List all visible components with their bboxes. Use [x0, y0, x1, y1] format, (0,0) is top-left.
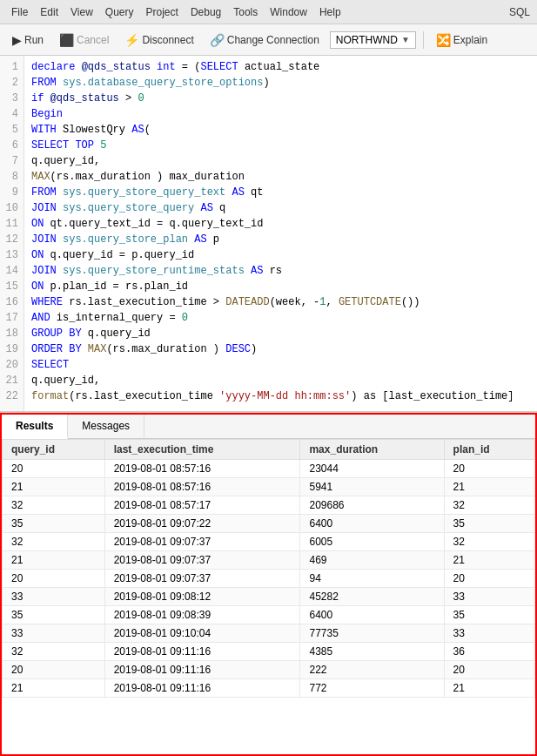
tab-messages[interactable]: Messages — [68, 415, 144, 438]
disconnect-icon: ⚡ — [124, 33, 139, 47]
table-cell: 20 — [3, 460, 105, 478]
table-cell: 35 — [444, 606, 534, 624]
table-cell: 2019-08-01 09:07:37 — [104, 533, 300, 551]
table-header: query_idlast_execution_timemax_durationp… — [3, 440, 535, 460]
table-cell: 35 — [3, 606, 105, 624]
table-cell: 6400 — [300, 515, 444, 533]
results-panel: Results Messages query_idlast_execution_… — [0, 413, 537, 756]
explain-button[interactable]: 🔀 Explain — [431, 30, 493, 50]
table-cell: 5941 — [300, 478, 444, 496]
table-cell: 4385 — [300, 643, 444, 661]
table-cell: 772 — [300, 679, 444, 698]
table-cell: 2019-08-01 08:57:17 — [104, 496, 300, 515]
menu-item-view[interactable]: View — [66, 4, 97, 20]
change-connection-label: Change Connection — [227, 34, 319, 46]
toolbar: ▶ Run ⬛ Cancel ⚡ Disconnect 🔗 Change Con… — [0, 24, 537, 56]
menu-item-window[interactable]: Window — [265, 4, 312, 20]
connection-dropdown[interactable]: NORTHWND ▼ — [330, 31, 416, 49]
table-cell: 6400 — [300, 606, 444, 624]
table-cell: 20 — [444, 460, 534, 478]
change-connection-button[interactable]: 🔗 Change Connection — [205, 30, 325, 50]
table-cell: 20 — [3, 570, 105, 588]
table-row[interactable]: 212019-08-01 09:07:3746921 — [3, 551, 535, 570]
table-row[interactable]: 332019-08-01 09:10:047773533 — [3, 624, 535, 643]
table-header-cell: max_duration — [300, 440, 444, 460]
table-body: 202019-08-01 08:57:162304420212019-08-01… — [3, 460, 535, 698]
cancel-label: Cancel — [77, 34, 109, 46]
table-cell: 21 — [444, 551, 534, 570]
menu-item-file[interactable]: File — [7, 4, 32, 20]
main-content: 12345678910111213141516171819202122 decl… — [0, 56, 537, 756]
table-row[interactable]: 202019-08-01 09:07:379420 — [3, 570, 535, 588]
table-cell: 2019-08-01 09:11:16 — [104, 679, 300, 698]
table-cell: 2019-08-01 09:11:16 — [104, 661, 300, 679]
table-cell: 469 — [300, 551, 444, 570]
title-bar-label: SQL — [509, 6, 530, 18]
tab-results[interactable]: Results — [2, 415, 68, 439]
table-row[interactable]: 332019-08-01 09:08:124528233 — [3, 588, 535, 606]
explain-label: Explain — [453, 34, 487, 46]
table-cell: 2019-08-01 08:57:16 — [104, 478, 300, 496]
results-table-wrap[interactable]: query_idlast_execution_timemax_durationp… — [2, 439, 535, 698]
table-cell: 45282 — [300, 588, 444, 606]
table-cell: 23044 — [300, 460, 444, 478]
table-header-cell: plan_id — [444, 440, 534, 460]
menu-item-debug[interactable]: Debug — [186, 4, 225, 20]
cancel-button[interactable]: ⬛ Cancel — [54, 30, 114, 50]
table-cell: 2019-08-01 09:07:22 — [104, 515, 300, 533]
menu-item-help[interactable]: Help — [315, 4, 346, 20]
table-cell: 2019-08-01 09:10:04 — [104, 624, 300, 643]
table-row[interactable]: 322019-08-01 09:07:37600532 — [3, 533, 535, 551]
table-row[interactable]: 322019-08-01 09:11:16438536 — [3, 643, 535, 661]
table-cell: 20 — [3, 661, 105, 679]
table-cell: 2019-08-01 09:07:37 — [104, 551, 300, 570]
table-cell: 35 — [3, 515, 105, 533]
table-cell: 21 — [444, 478, 534, 496]
table-row[interactable]: 352019-08-01 09:08:39640035 — [3, 606, 535, 624]
table-cell: 32 — [3, 643, 105, 661]
table-row[interactable]: 202019-08-01 09:11:1622220 — [3, 661, 535, 679]
connection-name: NORTHWND — [336, 34, 398, 46]
code-content[interactable]: declare @qds_status int = (SELECT actual… — [24, 56, 537, 411]
table-cell: 77735 — [300, 624, 444, 643]
table-cell: 36 — [444, 643, 534, 661]
table-cell: 2019-08-01 09:08:39 — [104, 606, 300, 624]
table-row[interactable]: 202019-08-01 08:57:162304420 — [3, 460, 535, 478]
table-cell: 32 — [444, 533, 534, 551]
table-cell: 21 — [444, 679, 534, 698]
menu-bar: File Edit View Query Project Debug Tools… — [7, 4, 346, 20]
table-cell: 32 — [444, 496, 534, 515]
table-cell: 33 — [444, 588, 534, 606]
menu-item-edit[interactable]: Edit — [36, 4, 63, 20]
table-row[interactable]: 212019-08-01 08:57:16594121 — [3, 478, 535, 496]
table-cell: 2019-08-01 08:57:16 — [104, 460, 300, 478]
table-cell: 32 — [3, 533, 105, 551]
menu-item-tools[interactable]: Tools — [229, 4, 262, 20]
results-table: query_idlast_execution_timemax_durationp… — [2, 439, 535, 698]
table-cell: 21 — [3, 551, 105, 570]
dropdown-arrow-icon: ▼ — [401, 35, 410, 44]
table-row[interactable]: 212019-08-01 09:11:1677221 — [3, 679, 535, 698]
table-cell: 2019-08-01 09:11:16 — [104, 643, 300, 661]
table-cell: 21 — [3, 478, 105, 496]
table-cell: 20 — [444, 570, 534, 588]
table-cell: 33 — [444, 624, 534, 643]
run-label: Run — [24, 34, 44, 46]
table-cell: 32 — [3, 496, 105, 515]
explain-icon: 🔀 — [436, 33, 451, 47]
table-cell: 33 — [3, 588, 105, 606]
table-cell: 2019-08-01 09:07:37 — [104, 570, 300, 588]
title-bar: File Edit View Query Project Debug Tools… — [0, 0, 537, 24]
table-cell: 35 — [444, 515, 534, 533]
table-row[interactable]: 352019-08-01 09:07:22640035 — [3, 515, 535, 533]
menu-item-query[interactable]: Query — [101, 4, 138, 20]
table-row[interactable]: 322019-08-01 08:57:1720968632 — [3, 496, 535, 515]
run-button[interactable]: ▶ Run — [7, 30, 49, 50]
menu-item-project[interactable]: Project — [142, 4, 183, 20]
table-header-cell: last_execution_time — [104, 440, 300, 460]
change-connection-icon: 🔗 — [210, 33, 225, 47]
table-cell: 33 — [3, 624, 105, 643]
toolbar-separator — [423, 31, 424, 49]
disconnect-button[interactable]: ⚡ Disconnect — [119, 30, 198, 50]
code-editor[interactable]: 12345678910111213141516171819202122 decl… — [0, 56, 537, 413]
